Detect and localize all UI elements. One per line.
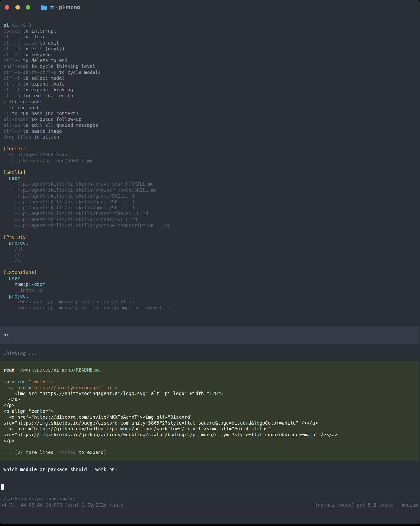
shortcut-line: ctrl+c twice to exit: [3, 40, 420, 46]
tool-output-code: <p align="center"> <a href="https://shit…: [3, 379, 419, 443]
code-line: </p>: [3, 438, 419, 444]
thinking-indicator: Thinking ...: [0, 350, 420, 356]
shortcut-line: ctrl+d to exit (empty): [3, 46, 420, 51]
shortcut-line: drop files to attach: [3, 134, 420, 140]
section-item: ~/.pi/agent/AGENTS.md: [3, 152, 420, 157]
window-title: π - pi-mono: [50, 4, 80, 10]
shortcut-line: ctrl+v to paste image: [3, 128, 420, 134]
startup-intro: pi v0.49.3 escape to interruptctrl+c to …: [0, 22, 420, 311]
section-item: npm:pi-doom: [3, 281, 420, 287]
shortcut-line: ctrl+t to expand thinking: [3, 87, 420, 93]
spacer: [3, 444, 419, 449]
section-item: ~/.pi/agent/skills/pi-skills/gdcli/SKILL…: [3, 199, 420, 205]
shortcut-line: !! to run bash (no context): [3, 111, 420, 116]
tool-call-header: read ~/workspaces/pi-mono/README.md: [3, 367, 419, 373]
model-info: (openai-codex) gpt-5.2-codex · medium: [315, 502, 418, 508]
spacer: [3, 263, 420, 269]
terminal-window: π - pi-mono pi v0.49.3 escape to interru…: [0, 0, 420, 524]
shortcut-line: ! to run bash: [3, 105, 420, 111]
spacer: [3, 228, 420, 234]
tool-name: read: [3, 367, 15, 373]
status-bar: ~/workspaces/pi-mono (main) ↑4.7k ↓44 R3…: [0, 496, 420, 507]
tool-argument: ~/workspaces/pi-mono/README.md: [15, 367, 101, 373]
code-line: <a href="https://discord.com/invite/nKXT…: [3, 414, 419, 420]
folder-icon: [41, 5, 47, 10]
section-item: user: [3, 175, 420, 181]
section-title: [Context]: [3, 146, 420, 152]
section-item: ~/.pi/agent/skills/pi-skills/gccli/SKILL…: [3, 193, 420, 199]
close-button[interactable]: [5, 5, 10, 10]
cwd-status: ~/workspaces/pi-mono (main): [1, 496, 418, 502]
shortcut-line: ctrl+o to expand tools: [3, 81, 420, 87]
shortcut-line: ctrl+k to delete to end: [3, 57, 420, 63]
section-title: [Prompts]: [3, 234, 420, 240]
section-item: ~/workspaces/pi-mono/AGENTS.md: [3, 158, 420, 163]
titlebar: π - pi-mono: [0, 0, 420, 15]
shortcut-line: shift+tab to cycle thinking level: [3, 63, 420, 69]
section-item: ~/.pi/agent/skills/pi-skills/brave-searc…: [3, 181, 420, 187]
shortcut-line: escape to interrupt: [3, 28, 420, 34]
section-title: [Skills]: [3, 169, 420, 175]
window-controls: [5, 5, 31, 10]
code-line: <p align="center">: [3, 408, 419, 414]
tool-output-footer[interactable]: ... (37 more lines, ctrl+o to expand): [3, 449, 419, 455]
section-item: ~/.pi/agent/skills/pi-skills/transcribe/…: [3, 211, 420, 216]
section-item: ~/.pi/agent/skills/pi-skills/browser-too…: [3, 187, 420, 193]
terminal-content: pi v0.49.3 escape to interruptctrl+c to …: [0, 15, 420, 508]
code-line: <p align="center">: [3, 379, 419, 384]
section-item: /pr: [3, 258, 420, 263]
section-title: [Extensions]: [3, 269, 420, 275]
code-line: src="https://img.shields.io/github/actio…: [3, 432, 419, 437]
token-stats: ↑4.7k ↓44 R3.8k $0.009 (sub) 1.7%/272k (…: [1, 502, 126, 508]
spacer: [3, 163, 420, 169]
user-message-text: hi: [3, 332, 9, 337]
zoom-button[interactable]: [26, 5, 31, 10]
section-item: project: [3, 293, 420, 299]
section-item: /is: [3, 252, 420, 258]
code-line: <img src="https://shittycodingagent.ai/l…: [3, 391, 419, 396]
app-version: v0.49.3: [9, 22, 31, 28]
startup-sections: [Context] ~/.pi/agent/AGENTS.md ~/worksp…: [3, 140, 420, 311]
shortcut-line: ctrl+c to clear: [3, 34, 420, 40]
section-item: /cl: [3, 246, 420, 252]
prompt-input[interactable]: [1, 481, 419, 493]
minimize-button[interactable]: [15, 5, 20, 10]
code-line: </p>: [3, 402, 419, 408]
section-item: index.ts: [3, 287, 420, 293]
code-line: <a href="https://shittycodingagent.ai">: [3, 385, 419, 391]
status-row: ↑4.7k ↓44 R3.8k $0.009 (sub) 1.7%/272k (…: [1, 502, 418, 508]
shortcut-line: ctrl+z to suspend: [3, 51, 420, 57]
assistant-message: Which module or package should I work on…: [0, 466, 420, 472]
section-item: project: [3, 240, 420, 246]
shortcut-line: / for commands: [3, 99, 420, 105]
shortcut-line: alt+enter to queue follow-up: [3, 116, 420, 122]
shortcut-list: escape to interruptctrl+c to clearctrl+c…: [3, 28, 420, 140]
code-line: src="https://img.shields.io/badge/discor…: [3, 420, 419, 426]
shortcut-line: alt+up to edit all queued messages: [3, 122, 420, 128]
user-message: hi: [0, 326, 419, 344]
code-line: <a href="https://github.com/badlogic/pi-…: [3, 426, 419, 432]
section-item: ~/workspaces/pi-mono/.pi/extensions/diff…: [3, 299, 420, 305]
shortcut-line: ctrl+l to select model: [3, 75, 420, 81]
section-item: ~/workspaces/pi-mono/.pi/extensions/prom…: [3, 305, 420, 311]
read-tool-block: read ~/workspaces/pi-mono/README.md <p a…: [0, 361, 419, 461]
app-name: pi: [3, 22, 9, 28]
shortcut-line: ctrl+g for external editor: [3, 93, 420, 99]
section-item: ~/.pi/agent/skills/pi-skills/gmcli/SKILL…: [3, 205, 420, 211]
section-item: ~/.pi/agent/skills/pi-skills/vscode/SKIL…: [3, 217, 420, 222]
app-version-line: pi v0.49.3: [3, 22, 420, 28]
shortcut-line: ctrl+p/shift+ctrl+p to cycle models: [3, 69, 420, 75]
section-item: ~/.pi/agent/skills/pi-skills/youtube-tra…: [3, 222, 420, 228]
spacer: [3, 140, 420, 146]
text-cursor: [1, 484, 4, 490]
spacer: [3, 373, 419, 379]
code-line: </a>: [3, 396, 419, 402]
section-item: user: [3, 275, 420, 281]
